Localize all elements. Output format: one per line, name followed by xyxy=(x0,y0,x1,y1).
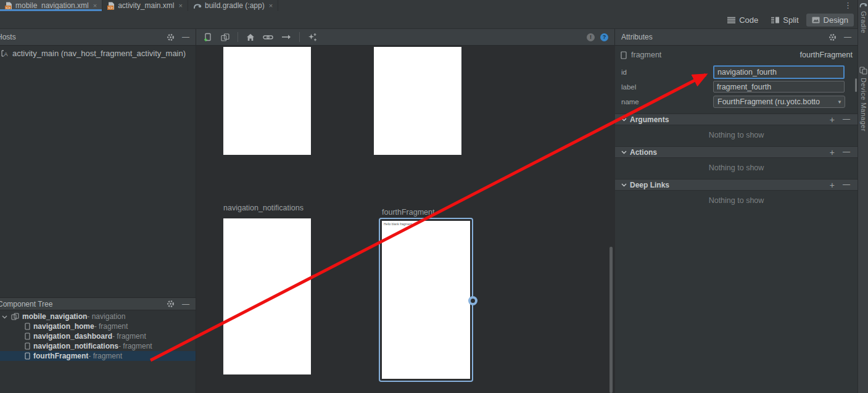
tree-item-navigation-notifications[interactable]: navigation_notifications - fragment xyxy=(0,341,196,351)
close-icon[interactable]: × xyxy=(178,2,183,9)
gradle-elephant-icon xyxy=(859,2,867,8)
fragment-label-notifications[interactable]: navigation_notifications xyxy=(223,204,304,212)
attributes-panel: fragment fourthFragment id label name Fo… xyxy=(615,46,858,393)
tree-item-navigation-dashboard[interactable]: navigation_dashboard - fragment xyxy=(0,331,196,341)
add-destination-icon[interactable] xyxy=(204,33,213,42)
xml-file-icon: <> xyxy=(5,2,12,10)
editor-mode-bar: Code Split Design xyxy=(0,11,858,29)
design-icon xyxy=(812,17,820,23)
fragment-label-fourth[interactable]: fourthFragment xyxy=(382,208,434,217)
name-field-dropdown[interactable]: FourthFragment (ru.yotc.botto ▼ xyxy=(713,96,845,108)
add-argument-icon[interactable]: + xyxy=(830,115,835,124)
component-tree-header: Component Tree — xyxy=(0,297,196,310)
code-view-label: Code xyxy=(739,15,758,25)
tree-item-id: navigation_home xyxy=(33,322,94,331)
tab-mobile-navigation-xml[interactable]: <> mobile_navigation.xml × xyxy=(0,0,102,11)
remove-argument-icon[interactable]: — xyxy=(843,115,850,124)
hide-panel-icon[interactable]: — xyxy=(844,33,851,41)
arguments-empty-text: Nothing to show xyxy=(615,131,858,139)
name-field-value: FourthFragment (ru.yotc.botto xyxy=(717,97,835,106)
hide-panel-icon[interactable]: — xyxy=(182,300,189,308)
toolbar-separator xyxy=(299,32,300,42)
fragment-preview-dashboard[interactable] xyxy=(374,47,461,155)
attributes-scrollbar[interactable] xyxy=(855,78,857,92)
tab-build-gradle[interactable]: build.gradle (:app) × xyxy=(188,0,278,11)
tree-item-fourthfragment[interactable]: fourthFragment - fragment xyxy=(0,351,196,361)
svg-text:A: A xyxy=(4,51,7,57)
chevron-down-icon[interactable] xyxy=(2,314,7,320)
tree-item-mobile-navigation[interactable]: mobile_navigation - navigation xyxy=(0,312,196,321)
tab-label: build.gradle (:app) xyxy=(205,1,265,10)
fragment-icon xyxy=(25,323,30,330)
design-view-button[interactable]: Design xyxy=(806,14,854,27)
arguments-section-title: Arguments xyxy=(630,115,669,124)
tree-item-navigation-home[interactable]: navigation_home - fragment xyxy=(0,321,196,331)
nested-graph-icon[interactable] xyxy=(221,33,229,41)
home-icon[interactable] xyxy=(246,33,255,41)
fragment-preview-notifications[interactable] xyxy=(223,218,311,374)
deep-link-icon[interactable] xyxy=(263,34,273,41)
id-field-label: id xyxy=(621,68,627,76)
component-tree: mobile_navigation - navigation navigatio… xyxy=(0,312,196,361)
fourth-preview-text: Hello blank fragment xyxy=(382,221,470,226)
host-item-label: activity_main (nav_host_fragment_activit… xyxy=(12,49,186,58)
gear-icon[interactable] xyxy=(167,300,175,308)
label-field-input[interactable] xyxy=(713,81,845,93)
design-view-label: Design xyxy=(824,15,848,25)
attributes-panel-header: Attributes — xyxy=(615,29,858,46)
add-deep-link-icon[interactable]: + xyxy=(830,181,835,189)
gear-icon[interactable] xyxy=(829,33,837,41)
action-arrow-icon[interactable] xyxy=(281,34,291,40)
tab-label: mobile_navigation.xml xyxy=(15,1,89,10)
canvas-vertical-scrollbar[interactable] xyxy=(610,247,613,393)
tree-item-type: - fragment xyxy=(112,332,146,341)
android-studio-window: <> mobile_navigation.xml × <> activity_m… xyxy=(0,0,868,393)
close-icon[interactable]: × xyxy=(92,2,97,9)
code-view-button[interactable]: Code xyxy=(722,14,764,27)
tree-item-id: fourthFragment xyxy=(33,352,88,360)
hosts-panel-title: Hosts xyxy=(0,33,16,41)
fragment-icon xyxy=(25,333,30,340)
hosts-panel-header: Hosts — xyxy=(0,29,196,46)
split-view-label: Split xyxy=(783,15,798,25)
gear-icon[interactable] xyxy=(167,33,175,41)
deep-links-section-header[interactable]: Deep Links + — xyxy=(615,179,858,191)
action-connection-handle[interactable] xyxy=(468,296,477,305)
activity-icon: A xyxy=(1,49,9,57)
tab-label: activity_main.xml xyxy=(118,1,174,10)
actions-section-header[interactable]: Actions + — xyxy=(615,146,858,158)
fragment-preview-home[interactable] xyxy=(223,47,311,155)
close-icon[interactable]: × xyxy=(268,2,273,9)
remove-deep-link-icon[interactable]: — xyxy=(843,181,850,189)
xml-file-icon: <> xyxy=(107,2,115,10)
chevron-down-icon xyxy=(621,117,627,122)
id-field-input[interactable] xyxy=(713,65,845,79)
split-view-button[interactable]: Split xyxy=(766,14,804,27)
tab-overflow-icon[interactable]: ⋮ xyxy=(844,1,852,10)
device-manager-tool-tab[interactable]: Device Manager xyxy=(860,78,867,131)
tree-item-type: - fragment xyxy=(94,322,128,331)
fragment-icon xyxy=(25,352,30,360)
add-action-icon[interactable]: + xyxy=(830,148,835,157)
remove-action-icon[interactable]: — xyxy=(843,148,850,157)
editor-tab-bar: <> mobile_navigation.xml × <> activity_m… xyxy=(0,0,858,11)
deep-links-empty-text: Nothing to show xyxy=(615,196,858,205)
connection-handle-center xyxy=(471,299,475,303)
host-item-activity-main[interactable]: A activity_main (nav_host_fragment_activ… xyxy=(0,46,196,60)
fragment-icon xyxy=(621,51,627,59)
tab-activity-main-xml[interactable]: <> activity_main.xml × xyxy=(102,0,188,11)
hide-panel-icon[interactable]: — xyxy=(182,33,189,41)
fragment-preview-fourth[interactable]: Hello blank fragment xyxy=(382,221,470,379)
device-manager-icon xyxy=(859,67,867,75)
arguments-section-header[interactable]: Arguments + — xyxy=(615,114,858,125)
chevron-down-icon: ▼ xyxy=(835,99,842,105)
auto-arrange-icon[interactable] xyxy=(308,33,317,41)
hosts-panel: A activity_main (nav_host_fragment_activ… xyxy=(0,46,196,393)
nav-editor-toolbar: ! ? xyxy=(196,29,615,46)
component-id-label: fourthFragment xyxy=(800,51,853,59)
warning-icon[interactable]: ! xyxy=(587,33,595,41)
gradle-tool-tab[interactable]: Gradle xyxy=(860,11,867,33)
split-icon xyxy=(771,17,779,23)
help-icon[interactable]: ? xyxy=(600,33,608,41)
name-field-label: name xyxy=(621,98,639,105)
